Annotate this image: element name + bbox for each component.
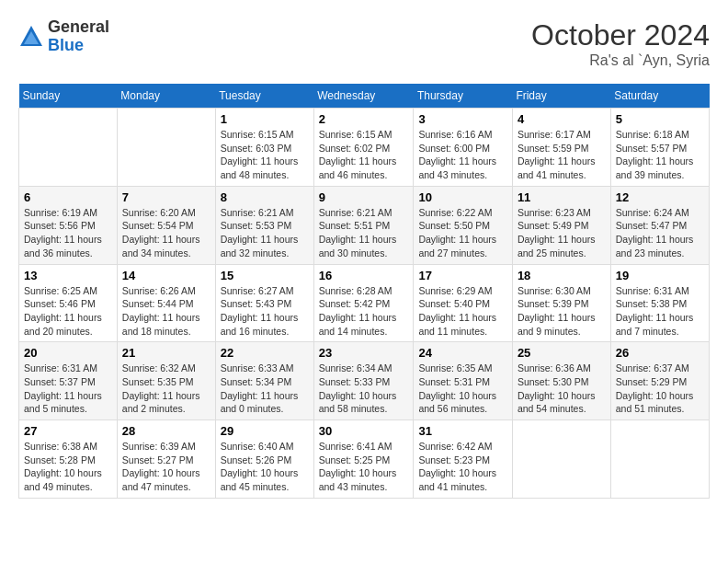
day-number: 18 xyxy=(518,269,606,282)
calendar-week-row: 20Sunrise: 6:31 AM Sunset: 5:37 PM Dayli… xyxy=(19,342,710,420)
calendar-cell: 24Sunrise: 6:35 AM Sunset: 5:31 PM Dayli… xyxy=(414,342,512,420)
calendar-cell: 23Sunrise: 6:34 AM Sunset: 5:33 PM Dayli… xyxy=(313,342,414,420)
day-info: Sunrise: 6:15 AM Sunset: 6:03 PM Dayligh… xyxy=(221,128,309,182)
calendar-cell: 4Sunrise: 6:17 AM Sunset: 5:59 PM Daylig… xyxy=(512,109,610,187)
day-number: 17 xyxy=(418,269,506,282)
calendar-cell: 18Sunrise: 6:30 AM Sunset: 5:39 PM Dayli… xyxy=(512,264,610,342)
calendar-cell: 3Sunrise: 6:16 AM Sunset: 6:00 PM Daylig… xyxy=(414,109,512,187)
calendar-cell: 17Sunrise: 6:29 AM Sunset: 5:40 PM Dayli… xyxy=(414,264,512,342)
day-info: Sunrise: 6:18 AM Sunset: 5:57 PM Dayligh… xyxy=(616,128,704,182)
day-number: 20 xyxy=(24,346,112,360)
calendar-cell: 7Sunrise: 6:20 AM Sunset: 5:54 PM Daylig… xyxy=(117,186,215,264)
weekday-header-monday: Monday xyxy=(117,84,215,109)
day-info: Sunrise: 6:20 AM Sunset: 5:54 PM Dayligh… xyxy=(122,206,210,260)
day-info: Sunrise: 6:19 AM Sunset: 5:56 PM Dayligh… xyxy=(24,206,112,260)
day-info: Sunrise: 6:30 AM Sunset: 5:39 PM Dayligh… xyxy=(518,284,606,339)
calendar-cell: 1Sunrise: 6:15 AM Sunset: 6:03 PM Daylig… xyxy=(215,109,313,187)
calendar-week-row: 13Sunrise: 6:25 AM Sunset: 5:46 PM Dayli… xyxy=(19,264,710,342)
calendar-cell xyxy=(512,420,610,499)
day-number: 3 xyxy=(418,112,506,126)
day-info: Sunrise: 6:31 AM Sunset: 5:38 PM Dayligh… xyxy=(616,284,704,339)
day-info: Sunrise: 6:37 AM Sunset: 5:29 PM Dayligh… xyxy=(616,362,704,416)
day-number: 30 xyxy=(319,424,409,438)
day-info: Sunrise: 6:16 AM Sunset: 6:00 PM Dayligh… xyxy=(418,128,506,182)
day-info: Sunrise: 6:32 AM Sunset: 5:35 PM Dayligh… xyxy=(122,362,210,416)
day-info: Sunrise: 6:42 AM Sunset: 5:23 PM Dayligh… xyxy=(418,440,506,494)
weekday-header-saturday: Saturday xyxy=(610,84,709,109)
weekday-header-row: SundayMondayTuesdayWednesdayThursdayFrid… xyxy=(19,84,710,109)
weekday-header-wednesday: Wednesday xyxy=(313,84,414,109)
day-number: 14 xyxy=(122,269,210,282)
logo-text: General Blue xyxy=(48,18,109,55)
day-info: Sunrise: 6:34 AM Sunset: 5:33 PM Dayligh… xyxy=(319,362,409,416)
calendar-cell xyxy=(19,109,118,187)
calendar-cell: 10Sunrise: 6:22 AM Sunset: 5:50 PM Dayli… xyxy=(414,186,512,264)
day-info: Sunrise: 6:33 AM Sunset: 5:34 PM Dayligh… xyxy=(221,362,309,416)
month-title: October 2024 xyxy=(531,18,710,52)
day-number: 5 xyxy=(616,112,704,126)
day-number: 6 xyxy=(24,190,112,204)
calendar-cell: 8Sunrise: 6:21 AM Sunset: 5:53 PM Daylig… xyxy=(215,186,313,264)
calendar-cell: 21Sunrise: 6:32 AM Sunset: 5:35 PM Dayli… xyxy=(117,342,215,420)
calendar-cell: 14Sunrise: 6:26 AM Sunset: 5:44 PM Dayli… xyxy=(117,264,215,342)
day-number: 21 xyxy=(122,346,210,360)
weekday-header-tuesday: Tuesday xyxy=(215,84,313,109)
calendar-table: SundayMondayTuesdayWednesdayThursdayFrid… xyxy=(18,84,710,499)
day-number: 16 xyxy=(319,269,409,282)
day-number: 23 xyxy=(319,346,409,360)
day-number: 22 xyxy=(221,346,309,360)
logo-blue: Blue xyxy=(48,37,109,55)
day-number: 7 xyxy=(122,190,210,204)
day-number: 1 xyxy=(221,112,309,126)
calendar-week-row: 27Sunrise: 6:38 AM Sunset: 5:28 PM Dayli… xyxy=(19,420,710,499)
day-number: 29 xyxy=(221,424,309,438)
calendar-cell: 20Sunrise: 6:31 AM Sunset: 5:37 PM Dayli… xyxy=(19,342,118,420)
day-number: 26 xyxy=(616,346,704,360)
calendar-cell: 31Sunrise: 6:42 AM Sunset: 5:23 PM Dayli… xyxy=(414,420,512,499)
weekday-header-sunday: Sunday xyxy=(19,84,118,109)
day-number: 4 xyxy=(518,112,606,126)
day-info: Sunrise: 6:27 AM Sunset: 5:43 PM Dayligh… xyxy=(221,284,309,339)
day-number: 2 xyxy=(319,112,409,126)
day-info: Sunrise: 6:26 AM Sunset: 5:44 PM Dayligh… xyxy=(122,284,210,339)
day-number: 27 xyxy=(24,424,112,438)
logo-icon xyxy=(18,24,44,50)
day-info: Sunrise: 6:31 AM Sunset: 5:37 PM Dayligh… xyxy=(24,362,112,416)
page-header: General Blue October 2024 Ra's al `Ayn, … xyxy=(18,18,710,69)
logo-general: General xyxy=(48,18,109,37)
day-number: 9 xyxy=(319,190,409,204)
calendar-cell: 15Sunrise: 6:27 AM Sunset: 5:43 PM Dayli… xyxy=(215,264,313,342)
day-info: Sunrise: 6:21 AM Sunset: 5:51 PM Dayligh… xyxy=(319,206,409,260)
calendar-cell: 28Sunrise: 6:39 AM Sunset: 5:27 PM Dayli… xyxy=(117,420,215,499)
day-info: Sunrise: 6:23 AM Sunset: 5:49 PM Dayligh… xyxy=(518,206,606,260)
location: Ra's al `Ayn, Syria xyxy=(531,52,710,69)
calendar-cell: 27Sunrise: 6:38 AM Sunset: 5:28 PM Dayli… xyxy=(19,420,118,499)
day-info: Sunrise: 6:29 AM Sunset: 5:40 PM Dayligh… xyxy=(418,284,506,339)
day-number: 31 xyxy=(418,424,506,438)
logo: General Blue xyxy=(18,18,109,55)
calendar-cell: 2Sunrise: 6:15 AM Sunset: 6:02 PM Daylig… xyxy=(313,109,414,187)
calendar-cell: 22Sunrise: 6:33 AM Sunset: 5:34 PM Dayli… xyxy=(215,342,313,420)
calendar-cell: 25Sunrise: 6:36 AM Sunset: 5:30 PM Dayli… xyxy=(512,342,610,420)
day-info: Sunrise: 6:21 AM Sunset: 5:53 PM Dayligh… xyxy=(221,206,309,260)
weekday-header-friday: Friday xyxy=(512,84,610,109)
calendar-cell: 26Sunrise: 6:37 AM Sunset: 5:29 PM Dayli… xyxy=(610,342,709,420)
day-number: 28 xyxy=(122,424,210,438)
day-number: 10 xyxy=(418,190,506,204)
calendar-week-row: 6Sunrise: 6:19 AM Sunset: 5:56 PM Daylig… xyxy=(19,186,710,264)
calendar-cell: 16Sunrise: 6:28 AM Sunset: 5:42 PM Dayli… xyxy=(313,264,414,342)
day-info: Sunrise: 6:35 AM Sunset: 5:31 PM Dayligh… xyxy=(418,362,506,416)
calendar-cell: 29Sunrise: 6:40 AM Sunset: 5:26 PM Dayli… xyxy=(215,420,313,499)
day-info: Sunrise: 6:38 AM Sunset: 5:28 PM Dayligh… xyxy=(24,440,112,494)
calendar-cell: 6Sunrise: 6:19 AM Sunset: 5:56 PM Daylig… xyxy=(19,186,118,264)
day-number: 25 xyxy=(518,346,606,360)
day-number: 11 xyxy=(518,190,606,204)
day-number: 8 xyxy=(221,190,309,204)
day-number: 13 xyxy=(24,269,112,282)
calendar-cell: 19Sunrise: 6:31 AM Sunset: 5:38 PM Dayli… xyxy=(610,264,709,342)
calendar-cell: 11Sunrise: 6:23 AM Sunset: 5:49 PM Dayli… xyxy=(512,186,610,264)
day-number: 24 xyxy=(418,346,506,360)
day-info: Sunrise: 6:25 AM Sunset: 5:46 PM Dayligh… xyxy=(24,284,112,339)
calendar-cell: 30Sunrise: 6:41 AM Sunset: 5:25 PM Dayli… xyxy=(313,420,414,499)
calendar-cell: 12Sunrise: 6:24 AM Sunset: 5:47 PM Dayli… xyxy=(610,186,709,264)
